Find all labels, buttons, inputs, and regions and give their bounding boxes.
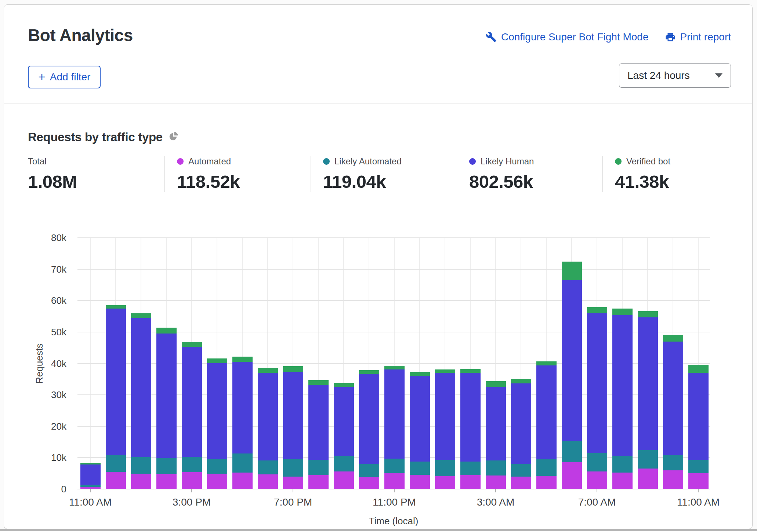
bar-segment-automated[interactable] <box>612 473 633 489</box>
bar-segment-likely_human[interactable] <box>638 317 658 450</box>
bar-segment-likely_automated[interactable] <box>131 457 151 474</box>
bar-segment-likely_automated[interactable] <box>106 455 126 472</box>
bar-segment-likely_automated[interactable] <box>207 459 227 474</box>
bar-segment-verified_bot[interactable] <box>410 372 430 376</box>
print-report-link[interactable]: Print report <box>665 31 731 43</box>
bar-segment-verified_bot[interactable] <box>232 357 253 362</box>
bar-segment-likely_human[interactable] <box>308 385 329 460</box>
bar-segment-automated[interactable] <box>232 473 253 489</box>
bar-segment-likely_human[interactable] <box>486 387 506 460</box>
bar-segment-likely_automated[interactable] <box>511 464 531 476</box>
bar-segment-verified_bot[interactable] <box>182 342 202 347</box>
bar-segment-verified_bot[interactable] <box>638 311 658 317</box>
bar-segment-likely_human[interactable] <box>80 464 101 485</box>
bar-segment-likely_automated[interactable] <box>612 456 633 472</box>
bar-segment-verified_bot[interactable] <box>207 358 227 363</box>
bar-segment-likely_automated[interactable] <box>536 459 557 476</box>
bar-segment-verified_bot[interactable] <box>80 463 101 464</box>
configure-super-bot-fight-mode-link[interactable]: Configure Super Bot Fight Mode <box>486 31 649 43</box>
bar-segment-automated[interactable] <box>207 474 227 489</box>
bar-segment-automated[interactable] <box>308 475 329 489</box>
bar-segment-likely_human[interactable] <box>612 315 633 456</box>
bar-segment-automated[interactable] <box>106 472 126 489</box>
bar-segment-verified_bot[interactable] <box>688 365 709 373</box>
bar-segment-automated[interactable] <box>283 477 303 489</box>
bar-segment-likely_human[interactable] <box>131 318 151 457</box>
bar-segment-verified_bot[interactable] <box>663 335 683 342</box>
bar-segment-likely_automated[interactable] <box>308 460 329 475</box>
bar-segment-likely_automated[interactable] <box>587 453 607 472</box>
bar-segment-verified_bot[interactable] <box>511 379 531 383</box>
bar-segment-likely_human[interactable] <box>334 387 354 456</box>
bar-segment-likely_human[interactable] <box>207 363 227 459</box>
bar-segment-automated[interactable] <box>460 475 481 489</box>
bar-segment-automated[interactable] <box>511 477 531 489</box>
bar-segment-likely_human[interactable] <box>460 373 481 461</box>
bar-segment-verified_bot[interactable] <box>334 383 354 387</box>
bar-segment-verified_bot[interactable] <box>587 307 607 313</box>
bar-segment-automated[interactable] <box>688 473 709 489</box>
add-filter-button[interactable]: + Add filter <box>28 66 101 88</box>
bar-segment-automated[interactable] <box>562 462 582 489</box>
bar-segment-automated[interactable] <box>587 471 607 489</box>
bar-segment-automated[interactable] <box>182 472 202 489</box>
bar-segment-likely_human[interactable] <box>536 365 557 459</box>
bar-segment-verified_bot[interactable] <box>612 309 633 315</box>
bar-segment-likely_human[interactable] <box>688 373 709 460</box>
bar-segment-likely_automated[interactable] <box>156 458 177 474</box>
bar-segment-likely_automated[interactable] <box>460 462 481 475</box>
bar-segment-automated[interactable] <box>156 474 177 489</box>
bar-segment-verified_bot[interactable] <box>359 370 379 374</box>
bar-segment-likely_automated[interactable] <box>384 459 405 473</box>
bar-segment-verified_bot[interactable] <box>106 305 126 309</box>
bar-segment-likely_human[interactable] <box>562 280 582 441</box>
bar-segment-automated[interactable] <box>410 475 430 489</box>
bar-segment-verified_bot[interactable] <box>131 313 151 318</box>
bar-segment-automated[interactable] <box>536 476 557 489</box>
bar-segment-likely_automated[interactable] <box>359 464 379 477</box>
bar-segment-automated[interactable] <box>334 471 354 489</box>
bar-segment-likely_automated[interactable] <box>435 460 455 476</box>
bar-segment-verified_bot[interactable] <box>308 380 329 385</box>
bar-segment-verified_bot[interactable] <box>156 328 177 334</box>
bar-segment-verified_bot[interactable] <box>562 262 582 280</box>
bar-segment-likely_human[interactable] <box>359 374 379 464</box>
bar-segment-likely_automated[interactable] <box>486 460 506 475</box>
bar-segment-verified_bot[interactable] <box>536 361 557 365</box>
bar-segment-likely_automated[interactable] <box>562 441 582 462</box>
bar-segment-likely_human[interactable] <box>258 373 278 460</box>
bar-segment-likely_automated[interactable] <box>258 460 278 475</box>
bar-segment-automated[interactable] <box>384 473 405 489</box>
time-range-select[interactable]: Last 24 hours <box>619 63 731 88</box>
bar-segment-automated[interactable] <box>359 477 379 489</box>
bar-segment-likely_human[interactable] <box>435 373 455 460</box>
bar-segment-likely_human[interactable] <box>283 372 303 459</box>
bar-segment-likely_automated[interactable] <box>334 456 354 471</box>
bar-segment-likely_human[interactable] <box>587 313 607 453</box>
bar-segment-likely_automated[interactable] <box>688 460 709 473</box>
bar-segment-likely_automated[interactable] <box>638 450 658 469</box>
bar-segment-automated[interactable] <box>435 476 455 489</box>
bar-segment-likely_human[interactable] <box>232 362 253 453</box>
bar-segment-likely_human[interactable] <box>511 383 531 464</box>
bar-segment-likely_human[interactable] <box>182 347 202 457</box>
bar-segment-verified_bot[interactable] <box>460 369 481 373</box>
bar-segment-likely_human[interactable] <box>410 376 430 462</box>
bar-segment-likely_automated[interactable] <box>410 462 430 475</box>
bar-segment-likely_automated[interactable] <box>283 459 303 477</box>
bar-segment-automated[interactable] <box>131 474 151 489</box>
bar-segment-likely_human[interactable] <box>384 369 405 459</box>
bar-segment-likely_human[interactable] <box>156 334 177 458</box>
bar-segment-automated[interactable] <box>638 469 658 489</box>
bar-segment-likely_automated[interactable] <box>182 457 202 472</box>
bar-segment-verified_bot[interactable] <box>258 368 278 372</box>
bar-segment-automated[interactable] <box>258 474 278 489</box>
bar-segment-verified_bot[interactable] <box>283 366 303 372</box>
bar-segment-verified_bot[interactable] <box>384 366 405 369</box>
bar-segment-likely_automated[interactable] <box>232 453 253 472</box>
bar-segment-likely_automated[interactable] <box>80 485 101 487</box>
bar-segment-verified_bot[interactable] <box>486 381 506 387</box>
bar-segment-automated[interactable] <box>663 470 683 489</box>
bar-segment-automated[interactable] <box>486 475 506 489</box>
bar-segment-likely_automated[interactable] <box>663 455 683 471</box>
